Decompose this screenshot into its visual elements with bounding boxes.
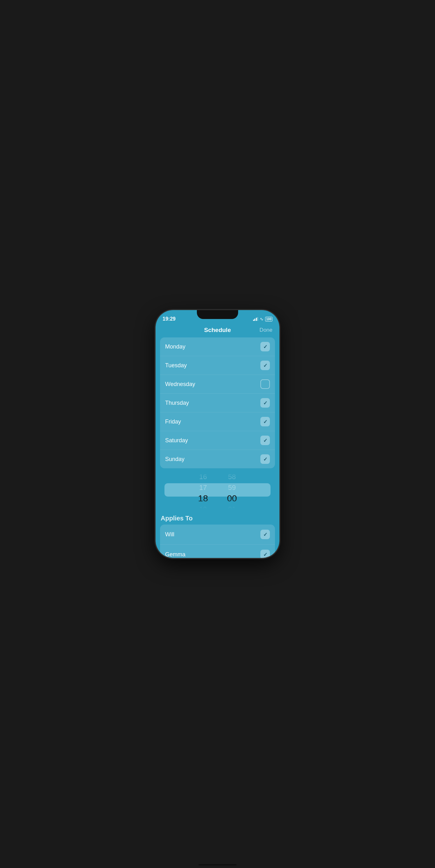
hour-value-19[interactable]: 19 [199, 504, 207, 509]
page-title: Schedule [204, 327, 231, 334]
notch [197, 310, 238, 319]
wifi-icon: ∿ [260, 316, 264, 321]
person-row-gemma[interactable]: Gemma [160, 545, 275, 558]
time-picker[interactable]: 16171819205859000102 [160, 471, 275, 509]
status-time: 19:29 [163, 316, 176, 322]
person-row-will[interactable]: Will [160, 525, 275, 545]
applies-to-list: WillGemma [160, 525, 275, 558]
day-row-friday[interactable]: Friday [160, 412, 275, 431]
person-checkbox-will[interactable] [260, 530, 270, 539]
day-label-monday: Monday [165, 343, 186, 350]
day-row-tuesday[interactable]: Tuesday [160, 356, 275, 375]
day-row-thursday[interactable]: Thursday [160, 394, 275, 412]
hour-value-16[interactable]: 16 [199, 472, 207, 482]
day-label-thursday: Thursday [165, 400, 189, 406]
minute-value-59[interactable]: 59 [228, 483, 236, 492]
day-checkbox-sunday[interactable] [260, 454, 270, 464]
nav-bar: Schedule Done [156, 324, 279, 336]
hour-value-18[interactable]: 18 [198, 494, 208, 503]
day-checkbox-thursday[interactable] [260, 398, 270, 408]
day-checkbox-tuesday[interactable] [260, 361, 270, 370]
day-checkbox-wednesday[interactable] [260, 379, 270, 389]
phone-frame: 19:29 ∿ 100 Schedule Done [156, 310, 279, 558]
day-row-sunday[interactable]: Sunday [160, 450, 275, 468]
day-row-monday[interactable]: Monday [160, 337, 275, 356]
phone-screen: 19:29 ∿ 100 Schedule Done [156, 310, 279, 558]
days-list: MondayTuesdayWednesdayThursdayFridaySatu… [160, 337, 275, 468]
person-checkbox-gemma[interactable] [260, 550, 270, 558]
day-label-wednesday: Wednesday [165, 381, 195, 388]
day-label-tuesday: Tuesday [165, 362, 187, 369]
done-button[interactable]: Done [259, 327, 272, 333]
day-checkbox-monday[interactable] [260, 342, 270, 351]
day-label-friday: Friday [165, 418, 181, 425]
signal-icon [253, 317, 259, 321]
battery-indicator: 100 [265, 317, 272, 321]
minute-value-00[interactable]: 00 [227, 494, 237, 503]
picker-highlight [165, 483, 270, 497]
day-checkbox-saturday[interactable] [260, 436, 270, 445]
day-checkbox-friday[interactable] [260, 417, 270, 426]
minute-value-01[interactable]: 01 [228, 504, 236, 509]
person-label-gemma: Gemma [165, 551, 186, 558]
minute-column[interactable]: 5859000102 [227, 472, 237, 509]
battery-level: 100 [265, 317, 272, 321]
day-row-wednesday[interactable]: Wednesday [160, 375, 275, 394]
hour-value-17[interactable]: 17 [199, 483, 207, 492]
person-label-will: Will [165, 531, 174, 538]
hour-column[interactable]: 1617181920 [198, 472, 208, 509]
status-icons: ∿ 100 [253, 316, 272, 321]
applies-to-header: Applies To [156, 509, 279, 525]
day-label-sunday: Sunday [165, 456, 185, 463]
day-label-saturday: Saturday [165, 437, 188, 444]
day-row-saturday[interactable]: Saturday [160, 431, 275, 450]
minute-value-58[interactable]: 58 [228, 472, 236, 482]
